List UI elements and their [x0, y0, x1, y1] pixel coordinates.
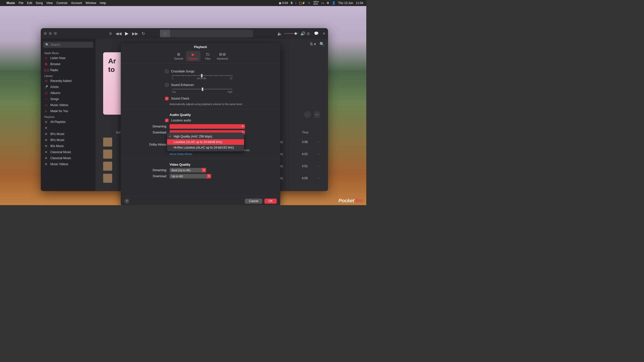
now-playing[interactable]: ♪ — [160, 30, 253, 37]
status-icon-2[interactable]: ‹ — [295, 1, 296, 5]
titlebar: ⤭ ◀◀ ▶ ▶▶ ↻ ♪ 🔈 🔊 ◎ 💬 ≡ — [41, 28, 328, 39]
next-button[interactable]: ▶▶ — [132, 31, 138, 36]
chevron-updown-icon: ⇅ — [240, 124, 245, 129]
control-center-icon[interactable]: ⚙ — [327, 1, 329, 5]
smart-playlist-icon: ✻ — [44, 150, 48, 154]
ok-button[interactable]: OK — [264, 199, 277, 204]
streaming-quality-dropdown: High Quality (AAC 256 kbps) Lossless (AL… — [167, 133, 244, 151]
cancel-button[interactable]: Cancel — [245, 199, 262, 204]
about-dolby-link[interactable]: About Dolby Atmos. — [170, 152, 193, 155]
shuffle-button[interactable]: ⤭ — [109, 31, 112, 36]
sidebar-item-albums[interactable]: ▢Albums — [41, 90, 96, 96]
sidebar-item-classical-2[interactable]: ✻Classical Music — [41, 155, 96, 161]
help-button[interactable]: ? — [124, 199, 129, 204]
play-circle-icon: ▷ — [44, 56, 48, 60]
sidebar-item-classical-1[interactable]: ✻Classical Music — [41, 149, 96, 155]
sidebar-item-genius[interactable]: ✻ — [41, 125, 96, 131]
sidebar-item-recently-added[interactable]: ◷Recently Added — [41, 78, 96, 84]
video-download-select[interactable]: Up to HD⇅ — [170, 174, 211, 178]
dropdown-option-high-quality[interactable]: High Quality (AAC 256 kbps) — [167, 134, 244, 139]
mic-icon: 🎤 — [44, 85, 48, 89]
volume-high-icon: 🔊 — [300, 31, 305, 36]
smart-playlist-icon: ✻ — [44, 162, 48, 166]
sidebar-item-90s-3[interactable]: ✻90s Music — [41, 143, 96, 149]
streaming-label: Streaming: — [130, 125, 167, 128]
video-quality-heading: Video Quality — [170, 163, 271, 166]
menu-account[interactable]: Account — [71, 1, 82, 5]
wifi-icon[interactable]: ᯤ — [308, 1, 311, 5]
play-button[interactable]: ▶ — [125, 31, 129, 36]
prefs-tab-general[interactable]: ⚙General — [171, 51, 186, 61]
crossfade-checkbox[interactable] — [165, 70, 169, 73]
prefs-tab-files[interactable]: 🗀Files — [200, 51, 215, 61]
enhancer-slider[interactable]: lowhigh — [172, 89, 232, 93]
video-download-label: Download: — [130, 174, 167, 178]
lossless-checkbox[interactable]: ✓ — [165, 119, 169, 122]
sidebar-section-library: Library — [41, 73, 96, 78]
menu-edit[interactable]: Edit — [27, 1, 32, 5]
airplay-icon[interactable]: ◎ — [307, 31, 310, 36]
enhancer-checkbox[interactable] — [165, 83, 169, 87]
zoom-window-button[interactable] — [54, 32, 57, 35]
menubar-date[interactable]: Thu 13 Jun — [338, 1, 353, 5]
battery-icon[interactable]: ▢⚡ — [299, 1, 305, 5]
menu-view[interactable]: View — [46, 1, 53, 5]
soundcheck-label: Sound Check — [171, 97, 189, 100]
status-icon-1[interactable]: 𝗦 — [291, 1, 293, 5]
user-icon[interactable]: 👤 — [332, 1, 336, 5]
sidebar-item-music-videos-playlist[interactable]: ✻Music Videos — [41, 161, 96, 167]
sidebar-item-90s-1[interactable]: ✻90's Music — [41, 131, 96, 137]
more-button[interactable]: ⋯ — [313, 111, 320, 118]
sidebar-item-all-playlists[interactable]: ≣All Playlists — [41, 119, 96, 125]
search-in-view-icon[interactable]: 🔍 — [319, 42, 325, 47]
minimize-window-button[interactable] — [49, 32, 52, 35]
repeat-button[interactable]: ↻ — [142, 31, 145, 36]
smart-playlist-icon: ✻ — [44, 156, 48, 160]
song-artwork — [103, 162, 112, 171]
gear-icon: ⚙ — [177, 52, 180, 57]
streaming-select[interactable]: ⇅ — [170, 124, 245, 129]
search-input[interactable]: 🔍 Search — [43, 42, 93, 48]
display-icon[interactable]: ▭ — [321, 1, 324, 5]
mem-indicator[interactable]: MEM82% — [313, 1, 319, 5]
note-icon: ♪ — [44, 97, 48, 101]
close-window-button[interactable] — [44, 32, 47, 35]
previous-button[interactable]: ◀◀ — [115, 31, 122, 36]
app-menu[interactable]: Music — [7, 1, 15, 5]
crossfade-slider[interactable]: 1seconds12 — [172, 75, 232, 80]
download-label: Download: — [130, 131, 167, 134]
menu-controls[interactable]: Controls — [56, 1, 68, 5]
audio-quality-heading: Audio Quality — [170, 113, 271, 117]
dropdown-option-lossless[interactable]: Lossless (ALAC up to 24-bit/48 kHz) — [167, 139, 244, 145]
sidebar-item-music-videos[interactable]: ▭Music Videos — [41, 102, 96, 108]
menu-file[interactable]: File — [19, 1, 23, 5]
menu-song[interactable]: Song — [36, 1, 43, 5]
lyrics-icon[interactable]: 💬 — [314, 31, 319, 36]
sidebar-item-artists[interactable]: 🎤Artists — [41, 84, 96, 90]
timer-icon[interactable]: ◉ 0:04 — [279, 1, 288, 5]
menubar-time[interactable]: 11:04 — [356, 1, 363, 5]
dropdown-option-hires[interactable]: Hi-Res Lossless (ALAC up to 24-bit/192 k… — [167, 145, 244, 150]
video-streaming-select[interactable]: Best (Up to 4K)⇅ — [170, 168, 206, 172]
sidebar-item-radio[interactable]: ((·))Radio — [41, 67, 96, 73]
menubar: Music File Edit Song View Controls Accou… — [0, 0, 366, 6]
sidebar-item-browse[interactable]: ⊞Browse — [41, 61, 96, 67]
clock-icon: ◷ — [44, 79, 48, 83]
column-time[interactable]: Time — [302, 131, 317, 134]
now-playing-artwork-placeholder: ♪ — [160, 30, 170, 37]
radio-icon: ((·)) — [44, 68, 48, 72]
soundcheck-checkbox[interactable]: ✓ — [165, 97, 169, 100]
sidebar-item-made-for-you[interactable]: ☺Made for You — [41, 108, 96, 114]
sidebar-item-listen-now[interactable]: ▷Listen Now — [41, 55, 96, 61]
sidebar-item-songs[interactable]: ♪Songs — [41, 96, 96, 102]
prefs-tab-playback[interactable]: ▶Playback — [186, 51, 200, 61]
prefs-tab-advanced[interactable]: ⚙⚙Advanced — [215, 51, 230, 61]
download-button[interactable]: ↓ — [304, 111, 311, 118]
queue-icon[interactable]: ≡ — [323, 31, 325, 36]
menu-window[interactable]: Window — [86, 1, 96, 5]
sort-icon[interactable]: ⇅ ▾ — [310, 42, 316, 47]
volume-slider[interactable] — [284, 33, 299, 34]
sidebar-item-90s-2[interactable]: ✻90's Music — [41, 137, 96, 143]
menu-help[interactable]: Help — [100, 1, 106, 5]
sidebar-section-playlists: Playlists — [41, 114, 96, 119]
